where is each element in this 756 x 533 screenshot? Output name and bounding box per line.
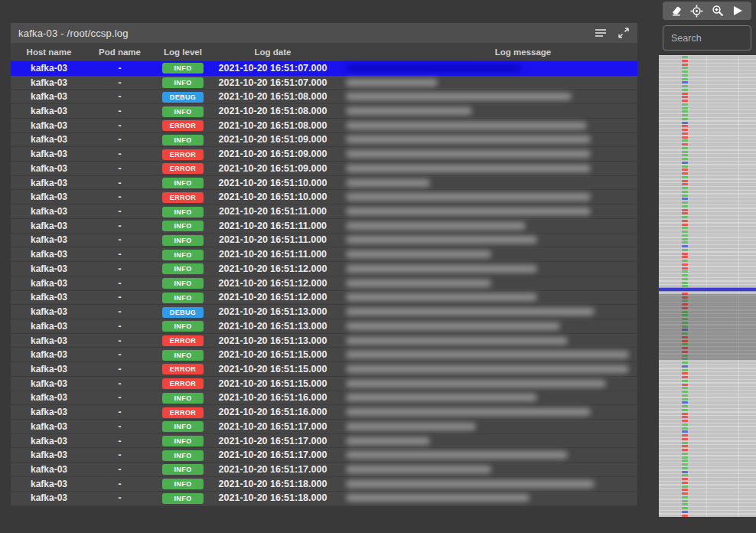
blurred-message (346, 280, 491, 287)
message-cell (332, 451, 637, 459)
table-row[interactable]: kafka-03-DEBUG2021-10-20 16:51:08.000 (11, 90, 637, 104)
search-input[interactable] (663, 26, 751, 50)
table-row[interactable]: kafka-03-INFO2021-10-20 16:51:11.000 (11, 234, 637, 248)
table-row[interactable]: kafka-03-INFO2021-10-20 16:51:18.000 (11, 477, 637, 492)
pod-cell: - (87, 249, 152, 260)
message-cell (332, 308, 637, 316)
minimap[interactable] (659, 55, 756, 517)
minimap-mark (682, 89, 688, 91)
message-cell (332, 466, 637, 473)
level-cell: ERROR (152, 407, 213, 418)
minimap-mark (682, 503, 688, 505)
table-row[interactable]: kafka-03-INFO2021-10-20 16:51:16.000 (11, 391, 637, 406)
table-row[interactable]: kafka-03-DEBUG2021-10-20 16:51:13.000 (11, 305, 637, 319)
level-cell: INFO (152, 220, 213, 231)
date-cell: 2021-10-20 16:51:18.000 (213, 492, 332, 503)
table-row[interactable]: kafka-03-INFO2021-10-20 16:51:07.000 (11, 61, 637, 76)
log-level-badge: INFO (162, 450, 204, 461)
table-row[interactable]: kafka-03-INFO2021-10-20 16:51:12.000 (11, 276, 637, 291)
table-row[interactable]: kafka-03-INFO2021-10-20 16:51:17.000 (11, 448, 637, 463)
message-cell (332, 107, 637, 115)
table-row[interactable]: kafka-03-ERROR2021-10-20 16:51:08.000 (11, 119, 637, 133)
minimap-selection-line (659, 288, 756, 291)
blurred-message (346, 466, 491, 473)
minimap-mark (682, 467, 688, 469)
pod-cell: - (87, 106, 152, 116)
host-cell: kafka-03 (11, 392, 87, 403)
minimap-mark (682, 187, 688, 189)
pod-cell: - (87, 479, 152, 489)
host-cell: kafka-03 (11, 436, 87, 446)
log-level-badge: INFO (162, 221, 204, 231)
date-cell: 2021-10-20 16:51:15.000 (213, 378, 332, 389)
locate-target-icon[interactable] (690, 4, 704, 18)
date-cell: 2021-10-20 16:51:18.000 (213, 479, 332, 489)
pod-cell: - (87, 407, 152, 417)
expand-icon[interactable] (618, 27, 630, 39)
table-row[interactable]: kafka-03-ERROR2021-10-20 16:51:16.000 (11, 405, 637, 420)
blurred-message (346, 79, 438, 87)
log-level-badge: INFO (162, 106, 204, 117)
table-row[interactable]: kafka-03-INFO2021-10-20 16:51:09.000 (11, 133, 637, 148)
message-cell (332, 337, 637, 345)
minimap-mark (682, 511, 688, 513)
table-row[interactable]: kafka-03-ERROR2021-10-20 16:51:13.000 (11, 334, 637, 348)
table-row[interactable]: kafka-03-INFO2021-10-20 16:51:11.000 (11, 219, 637, 234)
minimap-mark (682, 507, 688, 509)
level-cell: INFO (152, 292, 213, 303)
minimap-mark (682, 500, 688, 502)
table-row[interactable]: kafka-03-ERROR2021-10-20 16:51:10.000 (11, 190, 637, 204)
table-row[interactable]: kafka-03-INFO2021-10-20 16:51:18.000 (11, 492, 637, 506)
table-row[interactable]: kafka-03-INFO2021-10-20 16:51:17.000 (11, 463, 637, 477)
eraser-icon[interactable] (670, 4, 683, 18)
table-row[interactable]: kafka-03-INFO2021-10-20 16:51:08.000 (11, 104, 637, 119)
table-row[interactable]: kafka-03-INFO2021-10-20 16:51:10.000 (11, 176, 637, 191)
pod-cell: - (87, 292, 152, 302)
message-cell (332, 165, 637, 172)
minimap-mark (682, 492, 688, 495)
table-row[interactable]: kafka-03-INFO2021-10-20 16:51:11.000 (11, 204, 637, 219)
level-cell: ERROR (152, 378, 213, 389)
table-row[interactable]: kafka-03-ERROR2021-10-20 16:51:15.000 (11, 362, 637, 377)
host-cell: kafka-03 (11, 120, 87, 131)
message-cell (332, 265, 637, 273)
table-row[interactable]: kafka-03-ERROR2021-10-20 16:51:15.000 (11, 377, 637, 391)
minimap-mark (682, 427, 688, 430)
level-cell: INFO (152, 206, 213, 217)
blurred-message (346, 150, 591, 158)
table-row[interactable]: kafka-03-INFO2021-10-20 16:51:15.000 (11, 348, 637, 362)
blurred-message (346, 494, 530, 502)
play-icon[interactable] (732, 4, 745, 18)
table-row[interactable]: kafka-03-INFO2021-10-20 16:51:12.000 (11, 291, 637, 306)
log-level-badge: ERROR (162, 378, 204, 389)
host-cell: kafka-03 (11, 378, 87, 389)
table-row[interactable]: kafka-03-INFO2021-10-20 16:51:11.000 (11, 247, 637, 262)
level-cell: INFO (152, 349, 213, 361)
table-row[interactable]: kafka-03-ERROR2021-10-20 16:51:09.000 (11, 162, 637, 176)
level-cell: INFO (152, 77, 213, 88)
table-row[interactable]: kafka-03-INFO2021-10-20 16:51:12.000 (11, 262, 637, 276)
minimap-mark (682, 85, 688, 87)
table-row[interactable]: kafka-03-ERROR2021-10-20 16:51:09.000 (11, 147, 637, 162)
blurred-message (346, 293, 537, 301)
table-header: Host name Pod name Log level Log date Lo… (11, 43, 637, 61)
app-window: kafka-03 - /root/ccsp.log Host name Pod … (0, 0, 756, 533)
level-cell: INFO (152, 62, 213, 74)
minimap-mark (682, 471, 688, 473)
table-row[interactable]: kafka-03-INFO2021-10-20 16:51:17.000 (11, 434, 637, 449)
table-row[interactable]: kafka-03-INFO2021-10-20 16:51:17.000 (11, 420, 637, 434)
minimap-viewport[interactable] (659, 294, 756, 360)
table-row[interactable]: kafka-03-INFO2021-10-20 16:51:13.000 (11, 319, 637, 334)
zoom-in-icon[interactable] (711, 4, 725, 18)
host-cell: kafka-03 (11, 163, 87, 174)
pod-cell: - (87, 91, 152, 102)
host-cell: kafka-03 (11, 407, 87, 417)
table-row[interactable]: kafka-03-INFO2021-10-20 16:51:07.000 (11, 76, 637, 90)
menu-icon[interactable] (595, 27, 607, 39)
date-cell: 2021-10-20 16:51:10.000 (213, 191, 332, 202)
pod-cell: - (87, 278, 152, 289)
date-cell: 2021-10-20 16:51:16.000 (213, 392, 332, 403)
minimap-mark (682, 449, 688, 451)
minimap-mark (682, 224, 688, 226)
pod-cell: - (87, 163, 152, 174)
